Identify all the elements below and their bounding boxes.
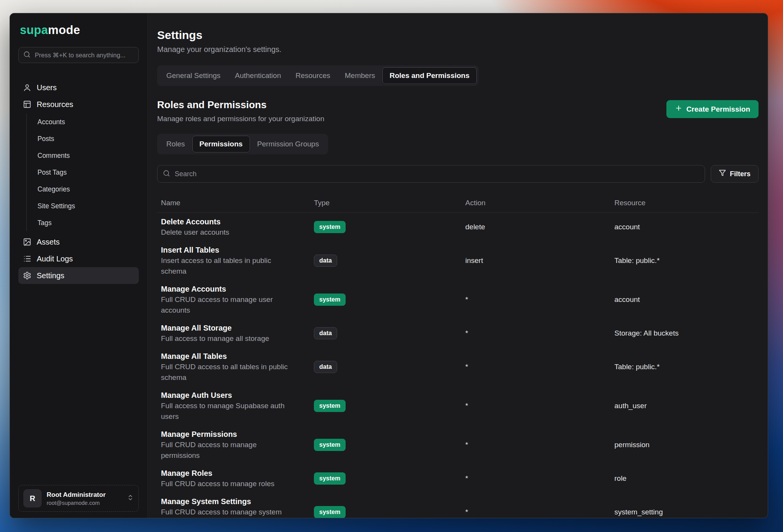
logo-rest-text: mode [48,23,80,37]
main-content: Settings Manage your organization's sett… [148,13,768,518]
table-header-row: Name Type Action Resource [157,194,759,213]
permissions-table: Name Type Action Resource Delete Account… [157,194,759,518]
sidebar-item-label: Users [37,83,57,92]
permission-resource: Table: public.* [614,256,759,265]
subtab-roles[interactable]: Roles [159,136,192,152]
permission-name: Manage Roles [161,468,314,478]
permission-name-cell: Manage PermissionsFull CRUD access to ma… [161,429,314,461]
permission-type-cell: data [314,255,465,267]
permission-resource: role [614,474,759,483]
type-badge: data [314,327,337,339]
permission-action: insert [465,256,614,265]
permission-resource: auth_user [614,402,759,410]
permission-description: Full access to manage Supabase auth user… [161,401,296,422]
table-row[interactable]: Manage Auth UsersFull access to manage S… [157,386,759,425]
permission-action: * [465,295,614,304]
sidebar: supamode UsersResourcesAccountsPostsComm… [10,13,148,518]
global-search-box[interactable] [18,47,139,63]
permission-description: Full CRUD access to manage permissions [161,440,296,461]
permission-description: Delete user accounts [161,227,296,238]
user-meta: Root Administrator root@supamode.com [47,491,122,506]
sidebar-item-assets[interactable]: Assets [18,234,139,250]
type-badge: data [314,361,337,373]
type-badge: system [314,439,346,451]
audit-list-icon [23,255,31,263]
permission-action: * [465,441,614,449]
table-row[interactable]: Delete AccountsDelete user accountssyste… [157,213,759,241]
permission-resource: Table: public.* [614,363,759,371]
permission-action: * [465,508,614,516]
subtab-permission-groups[interactable]: Permission Groups [250,136,327,152]
type-badge: data [314,255,337,267]
sidebar-item-settings[interactable]: Settings [18,267,139,284]
sidebar-subitem-post-tags[interactable]: Post Tags [36,164,139,181]
permission-name-cell: Manage All StorageFull access to manage … [161,323,314,344]
tab-resources[interactable]: Resources [288,67,338,84]
permission-search-input[interactable] [174,170,699,178]
permission-name: Manage Auth Users [161,390,314,401]
table-row[interactable]: Manage AccountsFull CRUD access to manag… [157,280,759,319]
permission-description: Insert access to all tables in public sc… [161,255,296,277]
user-name: Root Administrator [47,491,122,499]
tab-roles-and-permissions[interactable]: Roles and Permissions [382,67,477,84]
sidebar-item-resources[interactable]: Resources [18,96,139,113]
permission-description: Full access to manage all storage [161,333,296,344]
permission-type-cell: system [314,472,465,485]
permission-name: Manage Permissions [161,429,314,440]
user-icon [23,83,31,92]
permission-name-cell: Insert All TablesInsert access to all ta… [161,245,314,277]
table-row[interactable]: Manage RolesFull CRUD access to manage r… [157,464,759,493]
sidebar-spacer [18,284,139,485]
table-row[interactable]: Insert All TablesInsert access to all ta… [157,241,759,280]
avatar: R [23,489,42,508]
section-header-text: Roles and Permissions Manage roles and p… [157,99,324,123]
table-row[interactable]: Manage All StorageFull access to manage … [157,319,759,347]
table-icon [23,100,31,109]
sidebar-item-label: Assets [37,238,60,247]
permission-action: * [465,329,614,337]
table-row[interactable]: Manage System SettingsFull CRUD access t… [157,493,759,518]
permission-resource: account [614,223,759,231]
create-permission-button[interactable]: Create Permission [666,100,759,118]
type-badge: system [314,472,346,485]
create-permission-label: Create Permission [686,105,750,114]
user-menu-button[interactable]: R Root Administrator root@supamode.com [18,485,139,512]
permission-name-cell: Manage System SettingsFull CRUD access t… [161,496,314,518]
column-header-action: Action [465,199,614,207]
permission-description: Full CRUD access to manage system settin… [161,507,296,518]
app-window: supamode UsersResourcesAccountsPostsComm… [10,13,768,518]
permission-action: * [465,402,614,410]
column-header-type: Type [314,199,465,207]
table-row[interactable]: Manage PermissionsFull CRUD access to ma… [157,425,759,464]
permission-type-cell: data [314,327,465,339]
permission-action: * [465,363,614,371]
sidebar-subitem-accounts[interactable]: Accounts [36,114,139,130]
page-title: Settings [157,29,759,42]
sidebar-nav: UsersResourcesAccountsPostsCommentsPost … [18,79,139,284]
sidebar-subitem-posts[interactable]: Posts [36,130,139,147]
column-header-resource: Resource [614,199,759,207]
sidebar-subitem-tags[interactable]: Tags [36,214,139,231]
sidebar-subitem-categories[interactable]: Categories [36,181,139,198]
sidebar-item-label: Audit Logs [37,255,73,263]
plus-icon [675,104,682,114]
permission-name: Manage All Tables [161,351,314,362]
tab-members[interactable]: Members [338,67,382,84]
sidebar-item-audit-logs[interactable]: Audit Logs [18,250,139,267]
search-icon [23,51,31,60]
tab-authentication[interactable]: Authentication [228,67,288,84]
subtab-permissions[interactable]: Permissions [192,136,250,152]
permission-search-box[interactable] [157,165,705,183]
user-email: root@supamode.com [47,500,122,506]
section-header: Roles and Permissions Manage roles and p… [157,99,759,123]
sidebar-item-users[interactable]: Users [18,79,139,96]
global-search-input[interactable] [34,51,134,59]
sidebar-subitem-site-settings[interactable]: Site Settings [36,198,139,214]
filters-button[interactable]: Filters [711,165,759,183]
type-badge: system [314,506,346,518]
tab-general-settings[interactable]: General Settings [159,67,228,84]
permission-name-cell: Delete AccountsDelete user accounts [161,216,314,238]
table-row[interactable]: Manage All TablesFull CRUD access to all… [157,347,759,386]
table-toolbar: Filters [157,165,759,183]
sidebar-subitem-comments[interactable]: Comments [36,147,139,164]
